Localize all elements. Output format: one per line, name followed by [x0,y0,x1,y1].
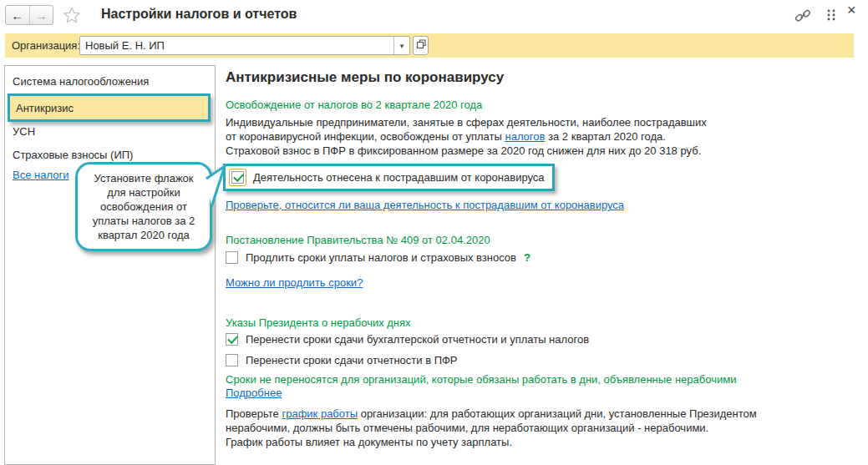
history-nav: ← → [5,5,53,25]
sidebar-item-usn[interactable]: УСН [13,125,35,138]
organization-input[interactable]: Новый Е. Н. ИП ▾ [79,36,410,55]
forward-button[interactable]: → [30,6,53,24]
hint-question-icon[interactable]: ? [524,251,530,264]
exemption-line2-post: за 2 квартал 2020 года. [545,130,665,143]
extend-deadlines-label: Продлить сроки уплаты налогов и страховы… [246,251,516,264]
chevron-down-icon: ▾ [400,42,404,50]
extend-deadlines-checkbox[interactable] [226,251,238,264]
schedule-text-line1: Проверьте график работы организации: для… [226,407,757,420]
sidebar-item-insurance[interactable]: Страховые взносы (ИП) [13,149,133,161]
schedule-text-line2: нерабочими, должны быть отмечены рабочим… [226,422,708,434]
organization-open-list-button[interactable] [413,36,429,55]
close-icon[interactable]: × [847,3,856,18]
organization-value[interactable]: Новый Е. Н. ИП [80,37,393,54]
president-heading: Указы Президента о нерабочих днях [226,316,411,329]
affected-activity-row: Деятельность отнесена к пострадавшим от … [223,164,555,191]
schedule-line1-pre: Проверьте [226,407,282,420]
deadlines-note: Сроки не переносятся для организаций, ко… [226,373,736,386]
all-taxes-link[interactable]: Все налоги [13,169,69,181]
work-schedule-link[interactable]: график работы [282,407,358,420]
postpone-pfr-label: Перенести сроки сдачи отчетности в ПФР [246,354,458,366]
exemption-text-line1: Индивидуальные предприниматели, занятые … [226,116,707,129]
exemption-heading: Освобождение от налогов во 2 квартале 20… [226,99,482,111]
check-activity-link[interactable]: Проверьте, относится ли ваша деятельност… [226,199,624,211]
decree-heading: Постановление Правительства № 409 от 02.… [226,234,490,246]
postpone-pfr-checkbox[interactable] [226,354,238,366]
postpone-pfr-row: Перенести сроки сдачи отчетности в ПФР [226,354,458,366]
content-title: Антикризисные меры по коронавирусу [226,69,504,86]
sidebar-item-tax-system[interactable]: Система налогообложения [13,75,149,88]
schedule-line1-post: организации: для работающих организаций … [358,407,757,420]
more-details-link[interactable]: Подробнее [226,387,282,399]
app-window: ← → Настройки налогов и отчетов × Органи… [0,0,868,465]
organization-bar: Организация: Новый Е. Н. ИП ▾ [5,33,854,58]
back-button[interactable]: ← [6,6,30,24]
get-link-icon[interactable] [794,8,811,26]
taxes-link[interactable]: налогов [505,130,545,143]
extend-deadlines-row: Продлить сроки уплаты налогов и страховы… [226,251,530,264]
postpone-reports-checkbox[interactable] [226,333,238,346]
settings-sidebar: Система налогообложения Антикризис УСН С… [4,65,216,465]
checkbox-focus-ring [229,169,246,186]
exemption-text-line2: от коронавирусной инфекции, освобождены … [226,130,666,143]
postpone-reports-row: Перенести сроки сдачи бухгалтерской отче… [226,333,589,346]
exemption-text-line3: Страховой взнос в ПФР в фиксированном ра… [226,144,701,157]
affected-activity-checkbox[interactable] [231,171,244,184]
affected-activity-label: Деятельность отнесена к пострадавшим от … [253,171,545,184]
organization-label: Организация: [12,33,80,58]
favorite-star-icon[interactable] [63,6,81,27]
hint-tooltip-pointer [206,164,227,212]
more-menu-icon[interactable] [826,8,836,24]
organization-dropdown-button[interactable]: ▾ [393,37,409,54]
postpone-reports-label: Перенести сроки сдачи бухгалтерской отче… [246,333,589,346]
schedule-text-line3: График работы влияет на документы по уче… [226,436,512,448]
open-list-icon [416,39,426,52]
exemption-line2-pre: от коронавирусной инфекции, освобождены … [226,130,505,143]
hint-tooltip-text: Установите флажок для настройки освобожд… [93,172,195,241]
sidebar-item-label: Антикризис [16,102,74,114]
hint-tooltip: Установите флажок для настройки освобожд… [75,162,212,251]
page-title: Настройки налогов и отчетов [101,7,297,22]
can-extend-link[interactable]: Можно ли продлить сроки? [226,276,363,289]
sidebar-item-anticrisis[interactable]: Антикризис [8,94,211,122]
